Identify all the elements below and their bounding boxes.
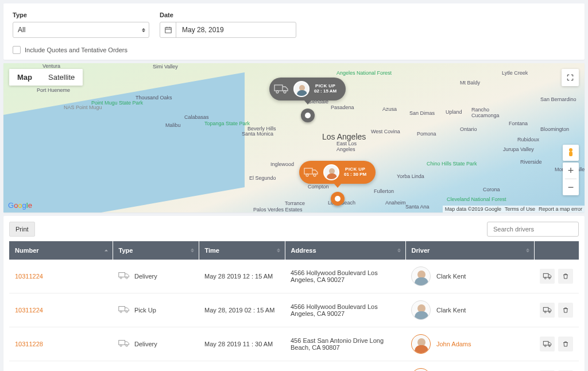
map-city: Fontana [509,121,528,126]
map-city: Palos Verdes Estates [253,207,303,212]
table-panel: Print Number Type Time Address Driver 10… [3,216,585,371]
type-text: Pick Up [134,307,156,314]
svg-point-16 [544,277,546,279]
svg-point-8 [284,91,286,93]
map-tab[interactable]: Map [9,69,40,86]
map-city: Mt Baldy [460,80,480,86]
map-city: Pomona [417,131,436,137]
map-city: Yorba Linda [397,173,424,179]
date-filter-label: Date [160,11,296,18]
svg-rect-6 [274,85,283,91]
map-park: Angeles National Forest [336,70,392,76]
truck-icon [118,272,130,281]
map-park: Cleveland National Forest [447,196,506,202]
map-city: Ventura [42,63,60,69]
svg-rect-24 [119,341,125,345]
zoom-out-button[interactable]: − [563,179,579,195]
svg-point-22 [544,311,546,313]
map-pin-pickup-2[interactable]: PICK UP 01 : 30 PM [299,161,376,206]
map-city: Rancho Cucamonga [471,107,500,118]
map-city: Simi Valley [153,64,178,69]
col-time[interactable]: Time [199,241,285,260]
col-address[interactable]: Address [285,241,405,260]
svg-point-13 [120,277,122,279]
col-actions [534,241,579,260]
order-number-link[interactable]: 10311228 [15,341,43,347]
driver-avatar [323,164,339,180]
map-data-text: Map data ©2019 Google [445,206,501,212]
driver-avatar [411,266,431,286]
fullscreen-icon [566,74,574,82]
type-filter-label: Type [13,11,149,18]
map-city: Ontario [460,126,477,132]
map-city: Upland [446,109,462,115]
address-text: 4566 Hollywood Boulevard Los Angeles, CA… [285,293,405,327]
time-text: May 28 2019 12 : 15 AM [199,260,285,293]
map-type-toggle: Map Satellite [9,69,83,86]
map-canvas[interactable]: Los Angeles Simi Valley Thousand Oaks Sa… [3,63,585,212]
map-city: Port Hueneme [37,87,70,93]
delete-action-button[interactable] [558,269,573,284]
driver-name: Clark Kent [436,273,466,280]
svg-rect-9 [304,168,312,174]
satellite-tab[interactable]: Satellite [40,69,83,86]
pegman-icon [567,148,575,158]
svg-point-23 [549,311,551,313]
map-city: Jurupa Valley [503,146,534,152]
map-marker[interactable] [331,192,345,206]
map-park: Point Mugu State Park [91,100,143,106]
col-number[interactable]: Number [9,241,113,260]
map-pin-pickup-1[interactable]: PICK UP 02 : 15 AM [269,78,346,122]
fullscreen-button[interactable] [562,69,579,86]
print-button[interactable]: Print [9,222,35,237]
map-city: Inglewood [270,161,294,167]
order-number-link[interactable]: 10311224 [15,273,43,280]
type-text: Delivery [134,273,157,280]
type-select[interactable]: All [13,22,149,38]
map-marker[interactable] [301,109,315,122]
map-report-link[interactable]: Report a map error [539,206,582,212]
col-type[interactable]: Type [113,241,199,260]
pin-time: 02 : 15 AM [314,89,336,94]
map-terms-link[interactable]: Terms of Use [505,206,535,212]
type-select-value: All [18,26,25,34]
svg-point-25 [120,345,122,346]
map-city: Malibu [165,122,181,128]
map-city: Riverside [520,159,542,165]
route-action-button[interactable] [540,337,555,351]
zoom-in-button[interactable]: + [563,163,579,179]
route-action-button[interactable] [540,269,555,284]
delete-action-button[interactable] [558,303,573,318]
map-city: Santa Monica [242,131,273,137]
order-number-link[interactable]: 10311224 [15,307,43,314]
drivers-table: Number Type Time Address Driver 10311224… [9,241,579,371]
svg-point-19 [120,311,122,312]
svg-point-29 [549,345,551,347]
table-row: 10311228Pick UpMay 28, 2019 01 : 30 PM45… [9,361,579,372]
svg-rect-5 [569,152,572,156]
svg-point-26 [126,345,127,346]
search-drivers-input[interactable] [487,222,579,237]
map-park: Topanga State Park [204,121,250,126]
calendar-icon [160,22,176,37]
table-row: 10311224DeliveryMay 28 2019 12 : 15 AM45… [9,260,579,293]
driver-name[interactable]: John Adams [436,341,471,347]
time-text: May 28, 2019 01 : 30 PM [199,361,285,372]
svg-point-7 [276,91,278,93]
map-city: El Segundo [249,175,276,181]
date-picker[interactable]: May 28, 2019 [160,22,296,38]
col-driver[interactable]: Driver [405,241,534,260]
include-quotes-label: Include Quotes and Tentative Orders [25,47,127,53]
route-action-button[interactable] [540,303,555,318]
map-city: San Dimas [409,110,435,116]
map-city: Rubidoux [517,137,539,142]
type-text: Delivery [134,341,157,347]
delete-action-button[interactable] [558,337,573,351]
truck-icon [274,84,289,94]
svg-rect-21 [543,307,548,311]
street-view-pegman[interactable] [563,145,579,161]
map-city: Beverly Hills [247,126,276,132]
include-quotes-checkbox[interactable] [13,46,21,54]
svg-point-28 [544,345,546,347]
svg-rect-15 [543,273,548,277]
